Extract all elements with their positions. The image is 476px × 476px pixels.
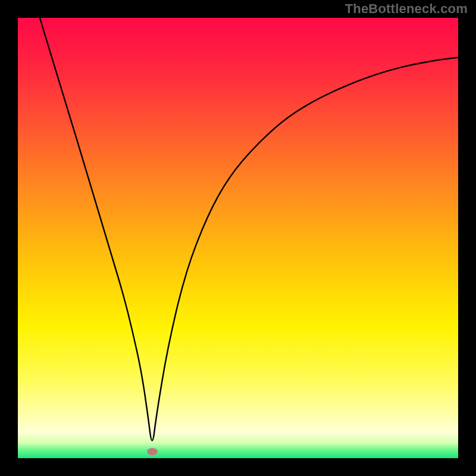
chart-frame: TheBottleneck.com [0,0,476,476]
bottleneck-curve [18,18,458,458]
watermark-text: TheBottleneck.com [345,1,468,17]
minimum-marker [147,448,158,455]
plot-area [18,18,458,458]
